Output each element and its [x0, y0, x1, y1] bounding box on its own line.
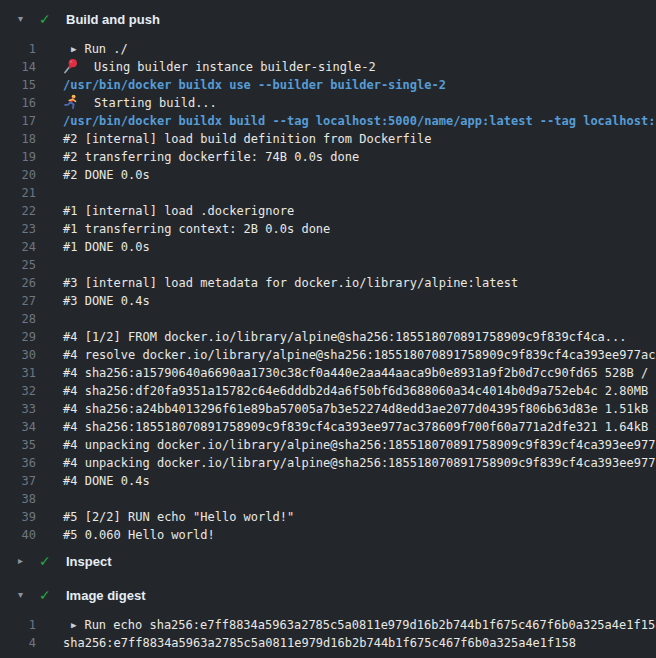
log-line: 27#3 DONE 0.4s	[0, 292, 656, 310]
line-number[interactable]: 14	[0, 58, 36, 76]
log-text: #1 [internal] load .dockerignore	[63, 204, 294, 218]
line-number[interactable]: 31	[0, 364, 36, 382]
log-line: 24#1 DONE 0.0s	[0, 238, 656, 256]
log-line: 21	[0, 184, 656, 202]
log-line: 29#4 [1/2] FROM docker.io/library/alpine…	[0, 328, 656, 346]
log-line: 16Starting build...	[0, 94, 656, 112]
section-header-build-and-push[interactable]: ▾✓Build and push	[0, 2, 656, 36]
line-number[interactable]: 1	[0, 40, 36, 58]
log-text: #4 DONE 0.4s	[63, 474, 150, 488]
log-text: #3 DONE 0.4s	[63, 294, 150, 308]
log-text: Run ./	[84, 42, 127, 56]
log-line: 1▶Run echo sha256:e7ff8834a5963a2785c5a0…	[0, 616, 656, 634]
log-line: 25	[0, 256, 656, 274]
log-line: 37#4 DONE 0.4s	[0, 472, 656, 490]
log-text: Starting build...	[94, 96, 217, 110]
expand-group-icon[interactable]: ▶	[71, 40, 76, 58]
line-number[interactable]: 18	[0, 130, 36, 148]
log-text: #5 0.060 Hello world!	[63, 528, 215, 542]
workflow-log-viewer: ▾✓Build and push1▶Run ./14Using builder …	[0, 2, 656, 652]
section-image-digest: ▾✓Image digest1▶Run echo sha256:e7ff8834…	[0, 578, 656, 652]
log-line: 14Using builder instance builder-single-…	[0, 58, 656, 76]
log-line: 28	[0, 310, 656, 328]
log-line: 32#4 sha256:df20fa9351a15782c64e6dddb2d4…	[0, 382, 656, 400]
line-number[interactable]: 30	[0, 346, 36, 364]
runner-icon	[63, 94, 79, 110]
log-line: 39#5 [2/2] RUN echo "Hello world!"	[0, 508, 656, 526]
line-number[interactable]: 33	[0, 400, 36, 418]
log-line: 26#3 [internal] load metadata for docker…	[0, 274, 656, 292]
expand-group-icon[interactable]: ▶	[71, 616, 76, 634]
log-line: 18#2 [internal] load build definition fr…	[0, 130, 656, 148]
section-title: Image digest	[66, 588, 145, 603]
line-number[interactable]: 20	[0, 166, 36, 184]
log-line: 4sha256:e7ff8834a5963a2785c5a0811e979d16…	[0, 634, 656, 652]
log-text: /usr/bin/docker buildx use --builder bui…	[63, 78, 446, 92]
log-text: #4 sha256:a15790640a6690aa1730c38cf0a440…	[63, 366, 656, 380]
log-text: #4 [1/2] FROM docker.io/library/alpine@s…	[63, 330, 627, 344]
line-number[interactable]: 39	[0, 508, 36, 526]
check-icon: ✓	[39, 554, 54, 568]
log-line: 40#5 0.060 Hello world!	[0, 526, 656, 544]
log-text: #2 [internal] load build definition from…	[63, 132, 431, 146]
section-inspect: ▸✓Inspect	[0, 544, 656, 578]
log-text: #4 sha256:a24bb4013296f61e89ba57005a7b3e…	[63, 402, 656, 416]
log-text: #2 transferring dockerfile: 74B 0.0s don…	[63, 150, 359, 164]
pushpin-icon	[63, 58, 79, 74]
chevron-down-icon[interactable]: ▾	[18, 590, 29, 600]
line-number[interactable]: 29	[0, 328, 36, 346]
line-number[interactable]: 17	[0, 112, 36, 130]
log-line: 22#1 [internal] load .dockerignore	[0, 202, 656, 220]
log-text: #4 resolve docker.io/library/alpine@sha2…	[63, 348, 656, 362]
log-text: #1 transferring context: 2B 0.0s done	[63, 222, 330, 236]
line-number[interactable]: 4	[0, 634, 36, 652]
line-number[interactable]: 28	[0, 310, 36, 328]
log-lines: 1▶Run ./14Using builder instance builder…	[0, 40, 656, 544]
line-number[interactable]: 21	[0, 184, 36, 202]
log-line: 31#4 sha256:a15790640a6690aa1730c38cf0a4…	[0, 364, 656, 382]
line-number[interactable]: 25	[0, 256, 36, 274]
section-header-inspect[interactable]: ▸✓Inspect	[0, 544, 656, 578]
line-number[interactable]: 22	[0, 202, 36, 220]
line-number[interactable]: 19	[0, 148, 36, 166]
chevron-right-icon[interactable]: ▸	[18, 556, 29, 566]
log-text: #4 unpacking docker.io/library/alpine@sh…	[63, 456, 656, 470]
log-line: 36#4 unpacking docker.io/library/alpine@…	[0, 454, 656, 472]
line-number[interactable]: 27	[0, 292, 36, 310]
check-icon: ✓	[39, 12, 54, 26]
line-number[interactable]: 24	[0, 238, 36, 256]
line-number[interactable]: 26	[0, 274, 36, 292]
line-number[interactable]: 38	[0, 490, 36, 508]
log-text: /usr/bin/docker buildx build --tag local…	[63, 114, 656, 128]
log-text: sha256:e7ff8834a5963a2785c5a0811e979d16b…	[63, 636, 576, 650]
section-build-and-push: ▾✓Build and push1▶Run ./14Using builder …	[0, 2, 656, 544]
line-number[interactable]: 16	[0, 94, 36, 112]
log-text: Run echo sha256:e7ff8834a5963a2785c5a081…	[84, 618, 656, 632]
log-line: 17/usr/bin/docker buildx build --tag loc…	[0, 112, 656, 130]
line-number[interactable]: 32	[0, 382, 36, 400]
log-text: #4 sha256:df20fa9351a15782c64e6dddb2d4a6…	[63, 384, 656, 398]
line-number[interactable]: 1	[0, 616, 36, 634]
log-text: #5 [2/2] RUN echo "Hello world!"	[63, 510, 294, 524]
log-line: 23#1 transferring context: 2B 0.0s done	[0, 220, 656, 238]
line-number[interactable]: 34	[0, 418, 36, 436]
line-number[interactable]: 23	[0, 220, 36, 238]
log-line: 19#2 transferring dockerfile: 74B 0.0s d…	[0, 148, 656, 166]
line-number[interactable]: 40	[0, 526, 36, 544]
chevron-down-icon[interactable]: ▾	[18, 14, 29, 24]
log-line: 33#4 sha256:a24bb4013296f61e89ba57005a7b…	[0, 400, 656, 418]
log-line: 15/usr/bin/docker buildx use --builder b…	[0, 76, 656, 94]
log-line: 30#4 resolve docker.io/library/alpine@sh…	[0, 346, 656, 364]
log-line: 35#4 unpacking docker.io/library/alpine@…	[0, 436, 656, 454]
line-number[interactable]: 36	[0, 454, 36, 472]
log-text: #4 sha256:185518070891758909c9f839cf4ca3…	[63, 420, 656, 434]
log-line: 34#4 sha256:185518070891758909c9f839cf4c…	[0, 418, 656, 436]
section-header-image-digest[interactable]: ▾✓Image digest	[0, 578, 656, 612]
line-number[interactable]: 37	[0, 472, 36, 490]
log-text: #1 DONE 0.0s	[63, 240, 150, 254]
line-number[interactable]: 15	[0, 76, 36, 94]
log-lines: 1▶Run echo sha256:e7ff8834a5963a2785c5a0…	[0, 616, 656, 652]
line-number[interactable]: 35	[0, 436, 36, 454]
log-line: 1▶Run ./	[0, 40, 656, 58]
log-text: #4 unpacking docker.io/library/alpine@sh…	[63, 438, 656, 452]
